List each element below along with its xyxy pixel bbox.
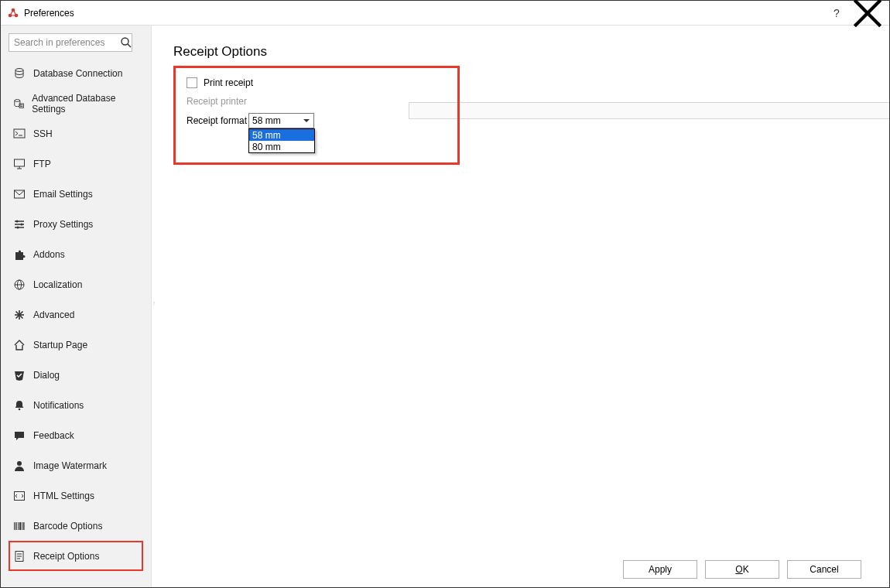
sidebar-item-label: Advanced: [33, 309, 74, 320]
sidebar-item-label: Image Watermark: [33, 460, 107, 471]
sidebar-item-advanced[interactable]: Advanced: [9, 299, 143, 330]
monitor-icon: [13, 158, 26, 170]
preferences-window: Preferences ? Database ConnectionAdvance…: [0, 0, 890, 588]
svg-point-20: [21, 223, 23, 225]
svg-rect-33: [15, 522, 17, 530]
sidebar-item-label: Advanced Database Settings: [32, 93, 139, 115]
sidebar-item-label: Addons: [33, 249, 65, 260]
app-logo-icon: [7, 7, 19, 19]
apply-button[interactable]: Apply: [623, 560, 697, 579]
chevron-down-icon: [302, 116, 311, 125]
svg-point-3: [122, 38, 128, 45]
sidebar-item-advanced-database-settings[interactable]: Advanced Database Settings: [9, 88, 143, 118]
sidebar-item-label: Proxy Settings: [33, 219, 93, 230]
receipt-format-label: Receipt format: [187, 115, 248, 126]
receipt-format-option[interactable]: 80 mm: [249, 141, 314, 152]
sidebar-item-image-watermark[interactable]: Image Watermark: [9, 450, 143, 480]
search-input[interactable]: [9, 33, 132, 52]
sidebar-item-label: SSH: [33, 128, 53, 139]
sidebar-item-html-settings[interactable]: HTML Settings: [9, 480, 143, 511]
svg-rect-12: [15, 159, 25, 166]
sidebar-item-notifications[interactable]: Notifications: [9, 390, 143, 420]
sidebar-item-startup-page[interactable]: Startup Page: [9, 330, 143, 360]
sidebar-item-label: Database Connection: [33, 68, 122, 79]
sidebar-item-addons[interactable]: Addons: [9, 239, 143, 269]
page-title: Receipt Options: [173, 44, 875, 60]
terminal-icon: [13, 128, 26, 140]
sidebar-item-proxy-settings[interactable]: Proxy Settings: [9, 209, 143, 239]
main-panel: Receipt Options Print receipt Receipt pr…: [152, 26, 889, 587]
search-icon: [120, 36, 132, 49]
svg-point-6: [15, 99, 20, 101]
close-button[interactable]: [852, 2, 883, 24]
print-receipt-row: Print receipt: [187, 77, 447, 88]
receipt-format-combo[interactable]: 58 mm 58 mm80 mm: [248, 113, 314, 128]
svg-point-21: [17, 226, 19, 228]
sidebar-item-label: Barcode Options: [33, 521, 102, 532]
bell-icon: [13, 399, 26, 412]
svg-point-30: [17, 461, 22, 466]
sidebar-item-localization[interactable]: Localization: [9, 269, 143, 299]
sidebar-item-feedback[interactable]: Feedback: [9, 420, 143, 450]
ok-button[interactable]: OK: [705, 560, 779, 579]
proxy-icon: [13, 218, 26, 231]
apply-button-label: Apply: [649, 564, 672, 575]
receipt-options-group: Print receipt Receipt printer Receipt fo…: [173, 66, 460, 165]
help-icon: ?: [834, 7, 840, 19]
sidebar-item-label: Localization: [33, 279, 82, 290]
svg-line-4: [128, 44, 131, 47]
dialog-footer: Apply OK Cancel: [173, 550, 875, 587]
sidebar-item-label: Notifications: [33, 400, 84, 411]
db-advanced-icon: [13, 97, 24, 110]
check-shield-icon: [13, 369, 26, 381]
mail-icon: [13, 188, 26, 200]
window-title: Preferences: [24, 8, 74, 19]
sidebar-item-label: Feedback: [33, 430, 74, 441]
sidebar-item-barcode-options[interactable]: Barcode Options: [9, 511, 143, 541]
receipt-printer-row: Receipt printer: [187, 96, 447, 107]
barcode-icon: [13, 520, 26, 532]
svg-rect-37: [23, 522, 25, 530]
code-icon: [13, 490, 26, 502]
help-button[interactable]: ?: [821, 2, 852, 24]
sidebar-item-label: Startup Page: [33, 340, 87, 350]
home-icon: [13, 339, 26, 351]
sidebar-item-receipt-options[interactable]: Receipt Options: [9, 541, 143, 571]
person-icon: [13, 460, 26, 472]
receipt-format-options: 58 mm80 mm: [248, 128, 315, 153]
receipt-printer-dropdown: [409, 102, 889, 119]
svg-rect-32: [14, 522, 15, 530]
sidebar-item-label: FTP: [33, 159, 51, 169]
svg-point-29: [19, 408, 21, 410]
sidebar: Database ConnectionAdvanced Database Set…: [1, 26, 152, 587]
globe-icon: [13, 279, 26, 291]
asterisk-icon: [13, 309, 26, 321]
sidebar-item-dialog[interactable]: Dialog: [9, 360, 143, 390]
svg-rect-36: [22, 522, 22, 530]
sidebar-item-label: Dialog: [33, 370, 60, 381]
puzzle-icon: [13, 248, 26, 261]
sidebar-item-email-settings[interactable]: Email Settings: [9, 179, 143, 209]
receipt-format-row: Receipt format 58 mm 58 mm80 mm: [187, 113, 447, 128]
svg-rect-35: [19, 522, 21, 530]
svg-point-5: [15, 68, 23, 71]
print-receipt-checkbox[interactable]: [187, 77, 197, 88]
sidebar-item-label: HTML Settings: [33, 491, 94, 501]
receipt-printer-label: Receipt printer: [187, 96, 248, 107]
svg-rect-10: [14, 129, 25, 138]
ok-button-label: OK: [735, 564, 748, 575]
receipt-format-option[interactable]: 58 mm: [249, 129, 314, 141]
close-icon: [852, 0, 883, 29]
receipt-icon: [13, 550, 26, 562]
cancel-button[interactable]: Cancel: [787, 560, 861, 579]
sidebar-item-label: Email Settings: [33, 189, 93, 200]
chat-icon: [13, 429, 26, 442]
database-icon: [13, 67, 26, 80]
cancel-button-label: Cancel: [810, 564, 838, 575]
svg-point-19: [16, 220, 19, 222]
receipt-format-value: 58 mm: [252, 115, 281, 126]
sidebar-item-database-connection[interactable]: Database Connection: [9, 58, 143, 88]
sidebar-item-ftp[interactable]: FTP: [9, 149, 143, 179]
search-wrap: [9, 33, 143, 52]
sidebar-item-ssh[interactable]: SSH: [9, 118, 143, 149]
